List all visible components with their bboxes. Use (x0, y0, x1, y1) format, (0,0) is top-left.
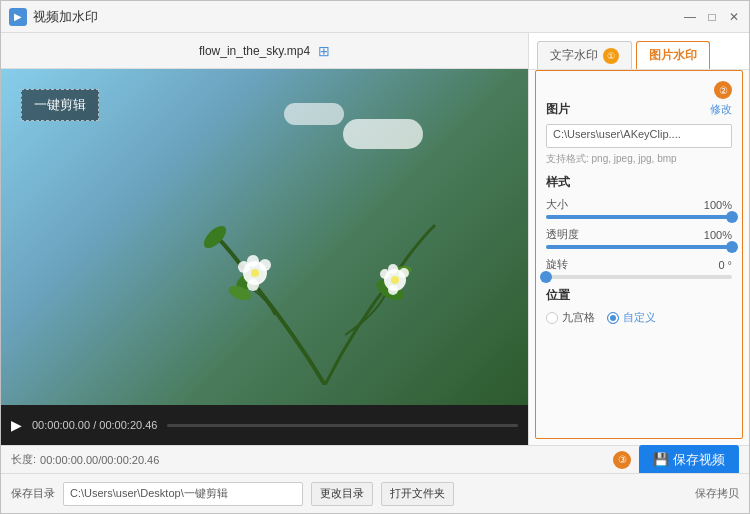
cloud-decoration-1 (343, 119, 423, 149)
play-button[interactable]: ▶ (11, 417, 22, 433)
badge-2: ② (714, 81, 732, 99)
file-rename-icon[interactable]: ⊞ (318, 43, 330, 59)
svg-point-8 (259, 259, 271, 271)
svg-point-10 (247, 279, 259, 291)
radio-custom[interactable]: 自定义 (607, 310, 656, 325)
footer-bar: 保存目录 更改目录 打开文件夹 保存拷贝 (1, 473, 749, 513)
svg-point-6 (251, 269, 259, 277)
size-slider-row: 大小 100% (546, 197, 732, 219)
position-section: 位置 九宫格 自定义 (546, 287, 732, 325)
main-window: ▶ 视频加水印 — □ ✕ flow_in_the_sky.mp4 ⊞ (0, 0, 750, 514)
app-title: 视频加水印 (33, 8, 98, 26)
image-section-header: 图片 修改 (546, 101, 732, 118)
window-controls: — □ ✕ (683, 10, 741, 24)
opacity-slider-fill (546, 245, 732, 249)
badge-1: ① (603, 48, 619, 64)
filename-label: flow_in_the_sky.mp4 (199, 44, 310, 58)
rotation-slider-row: 旋转 0 ° (546, 257, 732, 279)
tab-image-watermark[interactable]: 图片水印 (636, 41, 710, 69)
size-slider-thumb[interactable] (726, 211, 738, 223)
format-hint: 支持格式: png, jpeg, jpg, bmp (546, 152, 732, 166)
radio-custom-circle[interactable] (607, 312, 619, 324)
svg-point-12 (391, 276, 399, 284)
radio-nine-grid[interactable]: 九宫格 (546, 310, 595, 325)
size-slider-fill (546, 215, 732, 219)
plant-svg (175, 185, 475, 385)
change-dir-button[interactable]: 更改目录 (311, 482, 373, 506)
watermark-tabs: 文字水印 ① 图片水印 (529, 33, 749, 70)
opacity-slider-thumb[interactable] (726, 241, 738, 253)
video-controls: ▶ 00:00:00.00 / 00:00:20.46 (1, 405, 528, 445)
video-top-bar: flow_in_the_sky.mp4 ⊞ (1, 33, 528, 69)
title-bar: ▶ 视频加水印 — □ ✕ (1, 1, 749, 33)
tab-text-watermark[interactable]: 文字水印 ① (537, 41, 632, 69)
badge-3: ③ (613, 451, 631, 469)
rotation-slider[interactable] (546, 275, 732, 279)
duration-bar: 长度: 00:00:00.00/00:00:20.46 ③ 💾 保存视频 (1, 445, 749, 473)
style-section: 样式 大小 100% (546, 174, 732, 279)
video-background: 一键剪辑 (1, 69, 528, 405)
svg-point-9 (238, 261, 250, 273)
app-icon: ▶ (9, 8, 27, 26)
size-slider[interactable] (546, 215, 732, 219)
current-time: 00:00:00.00 / 00:00:20.46 (32, 419, 157, 431)
content-area: flow_in_the_sky.mp4 ⊞ (1, 33, 749, 445)
save-video-button[interactable]: 💾 保存视频 (639, 445, 739, 475)
open-folder-button[interactable]: 打开文件夹 (381, 482, 454, 506)
minimize-button[interactable]: — (683, 10, 697, 24)
save-dir-input[interactable] (63, 482, 303, 506)
opacity-slider-row: 透明度 100% (546, 227, 732, 249)
close-button[interactable]: ✕ (727, 10, 741, 24)
modify-link[interactable]: 修改 (710, 102, 732, 117)
opacity-slider[interactable] (546, 245, 732, 249)
video-preview[interactable]: 一键剪辑 (1, 69, 528, 405)
right-panel: 文字水印 ① 图片水印 ② 图片 修改 C:\Users\user\AKey (529, 33, 749, 445)
maximize-button[interactable]: □ (705, 10, 719, 24)
one-key-edit-label: 一键剪辑 (21, 89, 99, 121)
cloud-decoration-2 (284, 103, 344, 125)
save-icon: 💾 (653, 452, 669, 467)
file-path-display: C:\Users\user\AKeyClip.... (546, 124, 732, 148)
title-bar-left: ▶ 视频加水印 (9, 8, 98, 26)
svg-point-15 (380, 269, 390, 279)
radio-nine-grid-circle[interactable] (546, 312, 558, 324)
svg-point-16 (388, 285, 398, 295)
progress-bar[interactable] (167, 424, 518, 427)
svg-point-14 (399, 268, 409, 278)
position-radio-group: 九宫格 自定义 (546, 310, 732, 325)
right-panel-content: ② 图片 修改 C:\Users\user\AKeyClip.... 支持格式:… (535, 70, 743, 439)
video-panel: flow_in_the_sky.mp4 ⊞ (1, 33, 529, 445)
save-copy-button[interactable]: 保存拷贝 (695, 486, 739, 501)
rotation-slider-thumb[interactable] (540, 271, 552, 283)
